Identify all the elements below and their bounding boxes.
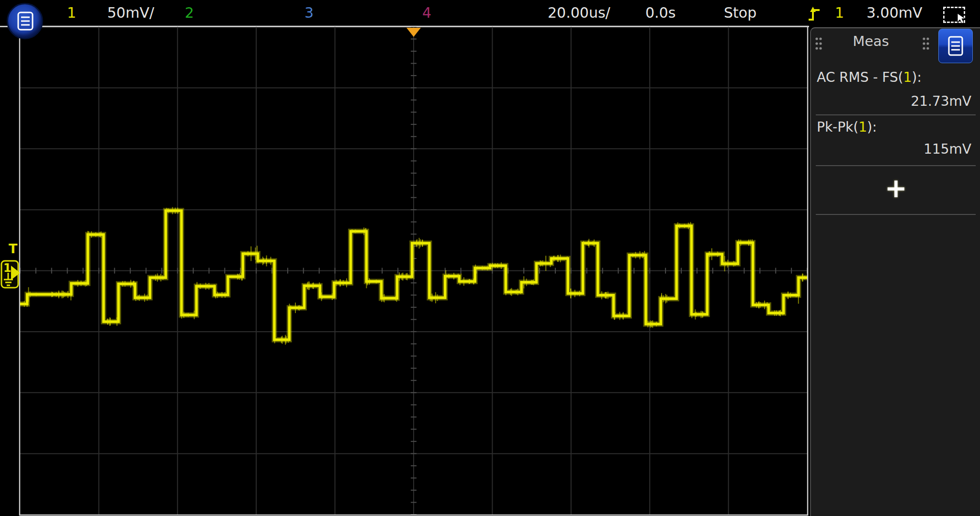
cursor-arrow-icon: [957, 13, 967, 25]
measurement-2-suffix: ):: [867, 119, 877, 135]
add-measurement-button[interactable]: +: [811, 175, 980, 203]
channel-1-ground-marker[interactable]: 1: [0, 260, 22, 289]
measurement-1-value: 21.73mV: [911, 93, 971, 109]
scope-graticule-and-trace: [0, 0, 810, 516]
measurement-2-value: 115mV: [924, 141, 971, 157]
separator: [816, 114, 976, 115]
meas-panel: Meas AC RMS - FS(1): 21.73mV Pk-Pk(1): 1…: [810, 27, 980, 516]
measurement-2-source: 1: [858, 119, 867, 135]
measurement-2-name: Pk-Pk(: [817, 119, 858, 135]
measurement-1-name: AC RMS - FS(: [817, 69, 903, 85]
menu-list-icon: [948, 36, 963, 56]
main-menu-button[interactable]: [7, 3, 43, 39]
trigger-time-marker[interactable]: [406, 28, 421, 37]
drag-handle-icon[interactable]: [922, 37, 930, 51]
oscilloscope-screen: 1 50mV/ 2 3 4 20.00us/ 0.0s Stop 1 3.00m…: [0, 0, 980, 516]
panel-title: Meas: [811, 33, 931, 49]
trigger-source[interactable]: 1: [835, 0, 844, 27]
menu-icon: [17, 11, 34, 31]
separator: [816, 214, 976, 215]
measurement-1-suffix: ):: [912, 69, 922, 85]
trigger-level-value[interactable]: 3.00mV: [867, 0, 923, 27]
measurement-2-label[interactable]: Pk-Pk(1):: [817, 119, 877, 135]
measurement-1-label[interactable]: AC RMS - FS(1):: [817, 69, 922, 85]
channel-marker-label: 1: [3, 261, 11, 275]
selection-cursor-icon[interactable]: [943, 7, 967, 24]
trigger-level-marker[interactable]: T: [9, 241, 21, 256]
measurement-1-source: 1: [903, 69, 912, 85]
separator: [816, 165, 976, 166]
panel-menu-button[interactable]: [938, 29, 973, 63]
